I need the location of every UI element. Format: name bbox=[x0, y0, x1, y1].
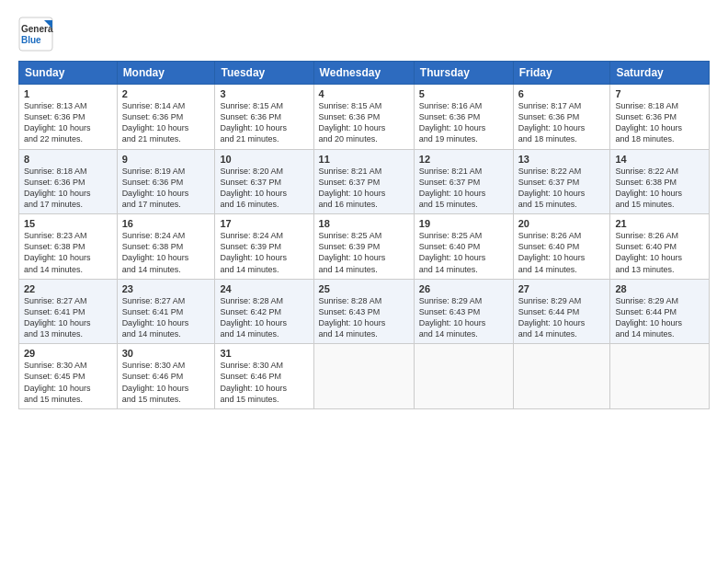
cell-info: Sunrise: 8:29 AM Sunset: 6:44 PM Dayligh… bbox=[615, 295, 704, 340]
day-number: 14 bbox=[615, 154, 704, 165]
cell-info: Sunrise: 8:29 AM Sunset: 6:44 PM Dayligh… bbox=[518, 295, 606, 340]
cell-info: Sunrise: 8:30 AM Sunset: 6:46 PM Dayligh… bbox=[220, 360, 308, 405]
calendar-cell: 27Sunrise: 8:29 AM Sunset: 6:44 PM Dayli… bbox=[513, 279, 610, 344]
cell-info: Sunrise: 8:24 AM Sunset: 6:39 PM Dayligh… bbox=[220, 230, 308, 275]
day-number: 31 bbox=[220, 348, 308, 359]
calendar-cell: 10Sunrise: 8:20 AM Sunset: 6:37 PM Dayli… bbox=[215, 149, 313, 214]
day-number: 10 bbox=[220, 154, 308, 165]
logo: GeneralBlue bbox=[18, 17, 53, 52]
calendar-week-5: 29Sunrise: 8:30 AM Sunset: 6:45 PM Dayli… bbox=[19, 344, 710, 409]
day-number: 15 bbox=[24, 218, 112, 229]
day-number: 30 bbox=[122, 348, 210, 359]
calendar-cell bbox=[513, 344, 610, 409]
calendar-cell bbox=[610, 344, 710, 409]
day-number: 7 bbox=[615, 88, 704, 99]
calendar-cell: 12Sunrise: 8:21 AM Sunset: 6:37 PM Dayli… bbox=[414, 149, 513, 214]
cell-info: Sunrise: 8:17 AM Sunset: 6:36 PM Dayligh… bbox=[518, 100, 606, 145]
cell-info: Sunrise: 8:28 AM Sunset: 6:43 PM Dayligh… bbox=[319, 295, 409, 340]
calendar-cell: 6Sunrise: 8:17 AM Sunset: 6:36 PM Daylig… bbox=[513, 85, 610, 150]
calendar-cell: 20Sunrise: 8:26 AM Sunset: 6:40 PM Dayli… bbox=[513, 214, 610, 280]
cell-info: Sunrise: 8:21 AM Sunset: 6:37 PM Dayligh… bbox=[319, 166, 409, 211]
day-number: 18 bbox=[319, 218, 409, 229]
page: GeneralBlue SundayMondayTuesdayWednesday… bbox=[0, 0, 728, 563]
calendar-week-3: 15Sunrise: 8:23 AM Sunset: 6:38 PM Dayli… bbox=[19, 214, 710, 280]
calendar-cell: 7Sunrise: 8:18 AM Sunset: 6:36 PM Daylig… bbox=[610, 85, 710, 150]
calendar-week-4: 22Sunrise: 8:27 AM Sunset: 6:41 PM Dayli… bbox=[19, 279, 710, 344]
cell-info: Sunrise: 8:16 AM Sunset: 6:36 PM Dayligh… bbox=[419, 100, 508, 145]
day-number: 25 bbox=[319, 283, 409, 294]
calendar-cell: 5Sunrise: 8:16 AM Sunset: 6:36 PM Daylig… bbox=[414, 85, 513, 150]
svg-text:Blue: Blue bbox=[21, 35, 41, 45]
day-header-wednesday: Wednesday bbox=[313, 62, 414, 85]
calendar-cell: 29Sunrise: 8:30 AM Sunset: 6:45 PM Dayli… bbox=[19, 344, 118, 409]
calendar-cell: 21Sunrise: 8:26 AM Sunset: 6:40 PM Dayli… bbox=[610, 214, 710, 280]
day-number: 19 bbox=[419, 218, 508, 229]
day-header-friday: Friday bbox=[513, 62, 610, 85]
calendar-body: 1Sunrise: 8:13 AM Sunset: 6:36 PM Daylig… bbox=[19, 85, 710, 409]
day-number: 27 bbox=[518, 283, 606, 294]
cell-info: Sunrise: 8:18 AM Sunset: 6:36 PM Dayligh… bbox=[24, 166, 112, 211]
calendar-cell: 4Sunrise: 8:15 AM Sunset: 6:36 PM Daylig… bbox=[313, 85, 414, 150]
logo-svg: GeneralBlue bbox=[18, 17, 53, 52]
calendar-cell: 13Sunrise: 8:22 AM Sunset: 6:37 PM Dayli… bbox=[513, 149, 610, 214]
calendar-cell: 15Sunrise: 8:23 AM Sunset: 6:38 PM Dayli… bbox=[19, 214, 118, 280]
cell-info: Sunrise: 8:20 AM Sunset: 6:37 PM Dayligh… bbox=[220, 166, 308, 211]
day-header-saturday: Saturday bbox=[610, 62, 710, 85]
day-number: 1 bbox=[24, 88, 112, 99]
day-number: 16 bbox=[122, 218, 210, 229]
calendar-cell: 28Sunrise: 8:29 AM Sunset: 6:44 PM Dayli… bbox=[610, 279, 710, 344]
cell-info: Sunrise: 8:24 AM Sunset: 6:38 PM Dayligh… bbox=[122, 230, 210, 275]
day-number: 28 bbox=[615, 283, 704, 294]
day-number: 2 bbox=[122, 88, 210, 99]
day-number: 24 bbox=[220, 283, 308, 294]
day-number: 13 bbox=[518, 154, 606, 165]
day-number: 26 bbox=[419, 283, 508, 294]
day-number: 3 bbox=[220, 88, 308, 99]
day-number: 5 bbox=[419, 88, 508, 99]
cell-info: Sunrise: 8:30 AM Sunset: 6:45 PM Dayligh… bbox=[24, 360, 112, 405]
day-header-thursday: Thursday bbox=[414, 62, 513, 85]
cell-info: Sunrise: 8:22 AM Sunset: 6:38 PM Dayligh… bbox=[615, 166, 704, 211]
calendar-cell: 16Sunrise: 8:24 AM Sunset: 6:38 PM Dayli… bbox=[117, 214, 215, 280]
day-number: 9 bbox=[122, 154, 210, 165]
calendar-cell: 24Sunrise: 8:28 AM Sunset: 6:42 PM Dayli… bbox=[215, 279, 313, 344]
day-number: 11 bbox=[319, 154, 409, 165]
cell-info: Sunrise: 8:30 AM Sunset: 6:46 PM Dayligh… bbox=[122, 360, 210, 405]
cell-info: Sunrise: 8:19 AM Sunset: 6:36 PM Dayligh… bbox=[122, 166, 210, 211]
calendar-cell: 18Sunrise: 8:25 AM Sunset: 6:39 PM Dayli… bbox=[313, 214, 414, 280]
cell-info: Sunrise: 8:18 AM Sunset: 6:36 PM Dayligh… bbox=[615, 100, 704, 145]
cell-info: Sunrise: 8:26 AM Sunset: 6:40 PM Dayligh… bbox=[615, 230, 704, 275]
calendar-week-2: 8Sunrise: 8:18 AM Sunset: 6:36 PM Daylig… bbox=[19, 149, 710, 214]
day-number: 8 bbox=[24, 154, 112, 165]
calendar-cell: 17Sunrise: 8:24 AM Sunset: 6:39 PM Dayli… bbox=[215, 214, 313, 280]
cell-info: Sunrise: 8:27 AM Sunset: 6:41 PM Dayligh… bbox=[122, 295, 210, 340]
cell-info: Sunrise: 8:22 AM Sunset: 6:37 PM Dayligh… bbox=[518, 166, 606, 211]
calendar-cell: 25Sunrise: 8:28 AM Sunset: 6:43 PM Dayli… bbox=[313, 279, 414, 344]
day-number: 23 bbox=[122, 283, 210, 294]
calendar-cell: 30Sunrise: 8:30 AM Sunset: 6:46 PM Dayli… bbox=[117, 344, 215, 409]
header: GeneralBlue bbox=[18, 17, 710, 52]
calendar-cell bbox=[313, 344, 414, 409]
cell-info: Sunrise: 8:21 AM Sunset: 6:37 PM Dayligh… bbox=[419, 166, 508, 211]
day-number: 21 bbox=[615, 218, 704, 229]
cell-info: Sunrise: 8:25 AM Sunset: 6:39 PM Dayligh… bbox=[319, 230, 409, 275]
calendar-cell: 22Sunrise: 8:27 AM Sunset: 6:41 PM Dayli… bbox=[19, 279, 118, 344]
cell-info: Sunrise: 8:25 AM Sunset: 6:40 PM Dayligh… bbox=[419, 230, 508, 275]
calendar-week-1: 1Sunrise: 8:13 AM Sunset: 6:36 PM Daylig… bbox=[19, 85, 710, 150]
day-number: 12 bbox=[419, 154, 508, 165]
calendar-cell: 23Sunrise: 8:27 AM Sunset: 6:41 PM Dayli… bbox=[117, 279, 215, 344]
day-number: 22 bbox=[24, 283, 112, 294]
cell-info: Sunrise: 8:23 AM Sunset: 6:38 PM Dayligh… bbox=[24, 230, 112, 275]
calendar-cell: 8Sunrise: 8:18 AM Sunset: 6:36 PM Daylig… bbox=[19, 149, 118, 214]
cell-info: Sunrise: 8:28 AM Sunset: 6:42 PM Dayligh… bbox=[220, 295, 308, 340]
day-number: 17 bbox=[220, 218, 308, 229]
day-number: 6 bbox=[518, 88, 606, 99]
calendar-cell: 9Sunrise: 8:19 AM Sunset: 6:36 PM Daylig… bbox=[117, 149, 215, 214]
cell-info: Sunrise: 8:15 AM Sunset: 6:36 PM Dayligh… bbox=[220, 100, 308, 145]
day-number: 29 bbox=[24, 348, 112, 359]
calendar-cell: 1Sunrise: 8:13 AM Sunset: 6:36 PM Daylig… bbox=[19, 85, 118, 150]
day-header-monday: Monday bbox=[117, 62, 215, 85]
calendar-cell bbox=[414, 344, 513, 409]
calendar-table: SundayMondayTuesdayWednesdayThursdayFrid… bbox=[18, 61, 710, 409]
cell-info: Sunrise: 8:15 AM Sunset: 6:36 PM Dayligh… bbox=[319, 100, 409, 145]
